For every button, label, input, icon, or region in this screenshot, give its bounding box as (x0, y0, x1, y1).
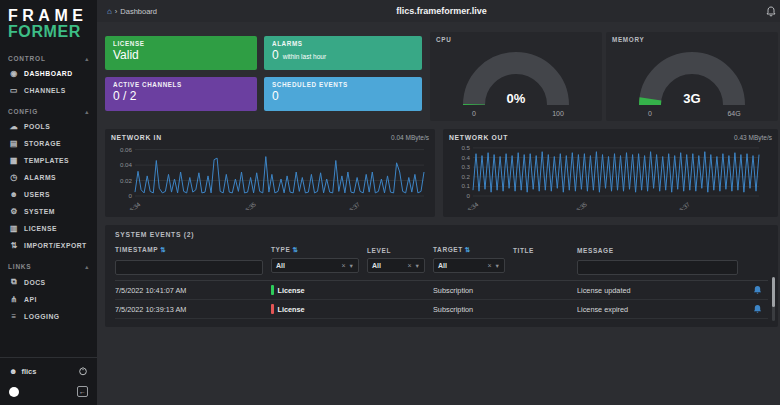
event-bell-icon[interactable] (753, 285, 762, 295)
sidebar-item-api[interactable]: ⋔ API (0, 291, 97, 308)
col-message[interactable]: MESSAGE (577, 245, 738, 256)
sort-icon[interactable]: ⇅ (292, 246, 298, 253)
license-card-value: Valid (113, 48, 249, 62)
sidebar-collapse-button[interactable]: ← (77, 386, 88, 397)
sidebar-nav: CONTROL ▴ ◉ DASHBOARD ▭ CHANNELS CONFIG … (0, 46, 97, 357)
sidebar-item-pools[interactable]: ☁ POOLS (0, 118, 97, 135)
section-control[interactable]: CONTROL ▴ (0, 46, 97, 65)
sidebar-item-users[interactable]: ☻ USERS (0, 186, 97, 203)
active-channels-card-value: 0 / 2 (113, 89, 249, 103)
type-color-bar (271, 285, 274, 295)
svg-text:16:37: 16:37 (676, 201, 692, 210)
svg-text:16:35: 16:35 (573, 201, 589, 210)
row-type: License (271, 304, 359, 314)
col-target[interactable]: TARGET⇅ (433, 244, 505, 256)
table-row[interactable]: 7/5/2022 10:39:13 AM License Subscriptio… (115, 300, 768, 319)
network-out-title: NETWORK OUT (449, 134, 508, 141)
logo-line1: FRAME (8, 8, 97, 24)
table-row[interactable]: 7/5/2022 10:41:07 AM License Subscriptio… (115, 281, 768, 300)
type-filter-dropdown[interactable]: All × ▼ (271, 258, 359, 273)
dashboard-icon: ◉ (9, 69, 19, 78)
sidebar-item-label: ALARMS (24, 174, 56, 181)
sidebar-item-logging[interactable]: ≡ LOGGING (0, 308, 97, 325)
alarms-card-label: ALARMS (272, 40, 414, 47)
row-target: Subscription (433, 286, 505, 295)
svg-text:16:37: 16:37 (346, 201, 362, 210)
theme-toggle-dot[interactable] (9, 387, 19, 397)
scheduled-events-card-label: SCHEDULED EVENTS (272, 81, 414, 88)
timestamp-filter-input[interactable] (115, 260, 263, 275)
sidebar-item-channels[interactable]: ▭ CHANNELS (0, 82, 97, 99)
collapse-up-icon[interactable]: ▴ (85, 108, 89, 115)
notifications-bell-icon[interactable] (766, 6, 776, 17)
sidebar-item-label: DASHBOARD (24, 70, 73, 77)
alarms-card[interactable]: ALARMS 0within last hour (264, 36, 422, 70)
sort-icon[interactable]: ⇅ (465, 246, 471, 253)
network-in-title: NETWORK IN (111, 134, 162, 141)
sidebar-item-label: CHANNELS (24, 87, 66, 94)
sidebar: FRAME FORMER CONTROL ▴ ◉ DASHBOARD ▭ CHA… (0, 0, 97, 405)
active-channels-card[interactable]: ACTIVE CHANNELS 0 / 2 (105, 77, 257, 111)
svg-text:16:34: 16:34 (126, 201, 142, 210)
channels-icon: ▭ (9, 86, 19, 95)
section-config-label: CONFIG (8, 108, 38, 115)
svg-text:16:34: 16:34 (464, 201, 480, 210)
svg-text:0.06: 0.06 (120, 146, 133, 153)
sidebar-item-label: POOLS (24, 123, 50, 130)
row-message: License expired (577, 305, 738, 314)
clear-icon[interactable]: × (407, 262, 411, 269)
alarms-icon: ◷ (9, 173, 19, 182)
sidebar-item-system[interactable]: ⚙ SYSTEM (0, 203, 97, 220)
target-filter-dropdown[interactable]: All × ▼ (433, 258, 505, 273)
current-user[interactable]: ☻ flics (9, 367, 36, 376)
logging-icon: ≡ (9, 312, 19, 321)
svg-text:100: 100 (552, 110, 564, 117)
network-in-current-value: 0.04 MByte/s (391, 134, 429, 141)
svg-text:16:35: 16:35 (242, 201, 258, 210)
event-bell-icon[interactable] (753, 304, 762, 314)
power-icon[interactable] (78, 366, 88, 376)
sidebar-item-templates[interactable]: ▦ TEMPLATES (0, 152, 97, 169)
row-timestamp: 7/5/2022 10:39:13 AM (115, 305, 263, 314)
logo-line2: FORMER (8, 24, 97, 40)
col-level[interactable]: LEVEL (367, 245, 425, 256)
sidebar-item-alarms[interactable]: ◷ ALARMS (0, 169, 97, 186)
chevron-down-icon: ▼ (349, 263, 354, 269)
memory-gauge-label: MEMORY (612, 36, 772, 43)
main-content: LICENSE Valid ALARMS 0within last hour A… (97, 22, 780, 405)
collapse-up-icon[interactable]: ▴ (85, 55, 89, 62)
sidebar-item-storage[interactable]: ▤ STORAGE (0, 135, 97, 152)
import-export-icon: ⇅ (9, 241, 19, 250)
memory-gauge: 3G064G (612, 43, 772, 119)
clear-icon[interactable]: × (487, 262, 491, 269)
scheduled-events-card-value: 0 (272, 89, 414, 103)
level-filter-dropdown[interactable]: All × ▼ (367, 258, 425, 273)
alarms-card-value: 0within last hour (272, 48, 414, 62)
col-title[interactable]: TITLE (513, 245, 569, 256)
col-type[interactable]: TYPE⇅ (271, 244, 359, 256)
sidebar-footer: ☻ flics ← (0, 357, 97, 405)
message-filter-input[interactable] (577, 260, 738, 275)
svg-text:0: 0 (129, 192, 133, 199)
network-out-chart: 00.10.20.30.40.516:3416:3516:37 (449, 142, 762, 210)
collapse-up-icon[interactable]: ▴ (85, 263, 89, 270)
sidebar-item-license[interactable]: ▥ LICENSE (0, 220, 97, 237)
sidebar-item-dashboard[interactable]: ◉ DASHBOARD (0, 65, 97, 82)
svg-text:0: 0 (648, 110, 652, 117)
section-links[interactable]: LINKS ▴ (0, 254, 97, 273)
sidebar-item-label: SYSTEM (24, 208, 55, 215)
clear-icon[interactable]: × (341, 262, 345, 269)
license-icon: ▥ (9, 224, 19, 233)
sidebar-item-docs[interactable]: ⧉ DOCS (0, 273, 97, 291)
col-timestamp[interactable]: TIMESTAMP⇅ (115, 244, 263, 256)
sidebar-item-import-export[interactable]: ⇅ IMPORT/EXPORT (0, 237, 97, 254)
templates-icon: ▦ (9, 156, 19, 165)
license-card[interactable]: LICENSE Valid (105, 36, 257, 70)
scheduled-events-card[interactable]: SCHEDULED EVENTS 0 (264, 77, 422, 111)
sort-icon[interactable]: ⇅ (160, 246, 166, 253)
network-out-current-value: 0.43 MByte/s (734, 134, 772, 141)
row-timestamp: 7/5/2022 10:41:07 AM (115, 286, 263, 295)
events-scrollbar[interactable] (772, 277, 775, 321)
section-config[interactable]: CONFIG ▴ (0, 99, 97, 118)
events-filter-row: All × ▼ All × ▼ All × ▼ (115, 256, 768, 275)
